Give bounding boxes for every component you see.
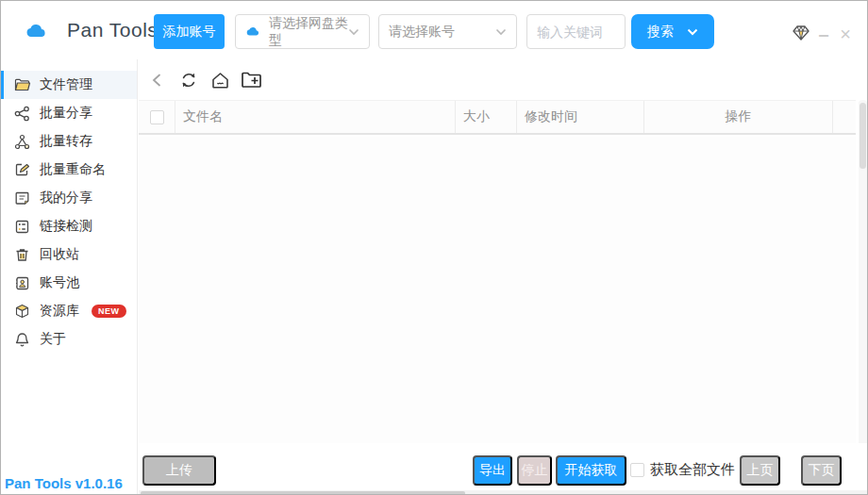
upload-button[interactable]: 上传 <box>142 455 216 486</box>
home-icon[interactable] <box>209 69 231 91</box>
minimize-button[interactable]: – <box>813 24 834 44</box>
sidebar-item-label: 批量分享 <box>40 105 92 122</box>
sidebar-item-label: 文件管理 <box>40 76 92 93</box>
app-title: Pan Tools <box>67 19 158 41</box>
add-account-button[interactable]: 添加账号 <box>154 14 225 49</box>
back-icon[interactable] <box>146 69 169 91</box>
column-header-operations: 操作 <box>643 101 832 133</box>
chevron-down-icon <box>687 28 698 36</box>
footer-bar: 上传 导出 停止 开始获取 获取全部文件 上页 下页 <box>139 443 868 490</box>
sidebar-item-resource-library[interactable]: 资源库 NEW <box>1 297 137 325</box>
sidebar-item-label: 资源库 <box>40 303 79 320</box>
export-button[interactable]: 导出 <box>473 455 512 486</box>
select-all-checkbox[interactable] <box>150 110 164 124</box>
column-header-size: 大小 <box>455 101 516 133</box>
sidebar-item-batch-transfer[interactable]: 批量转存 <box>1 127 137 156</box>
account-card-icon <box>14 274 31 291</box>
select-all-cell <box>139 101 175 133</box>
column-header-spacer <box>832 101 856 133</box>
app-logo-cloud-icon <box>25 22 48 41</box>
new-badge: NEW <box>92 305 126 318</box>
disk-type-select[interactable]: 请选择网盘类型 <box>235 14 370 49</box>
table-header: 文件名 大小 修改时间 操作 <box>139 100 856 135</box>
app-version: Pan Tools v1.0.16 <box>5 475 123 491</box>
start-fetch-button[interactable]: 开始获取 <box>556 455 626 486</box>
sidebar-item-label: 批量重命名 <box>40 161 106 178</box>
fetch-all-files-option[interactable]: 获取全部文件 <box>630 461 735 479</box>
refresh-icon[interactable] <box>177 69 200 91</box>
sidebar-item-batch-share[interactable]: 批量分享 <box>1 99 137 127</box>
premium-diamond-icon[interactable] <box>791 23 811 43</box>
sidebar-item-link-check[interactable]: 链接检测 <box>1 212 137 240</box>
sidebar-item-batch-rename[interactable]: 批量重命名 <box>1 156 137 184</box>
document-icon <box>14 190 31 206</box>
transfer-icon <box>14 133 31 150</box>
sidebar-item-label: 批量转存 <box>40 133 92 150</box>
vertical-scrollbar[interactable] <box>859 100 867 490</box>
sidebar-item-label: 回收站 <box>40 246 79 263</box>
checklist-icon <box>14 218 31 235</box>
sidebar-item-recycle-bin[interactable]: 回收站 <box>1 240 137 269</box>
horizontal-scrollbar[interactable] <box>139 490 868 495</box>
sidebar-item-label: 我的分享 <box>40 190 92 206</box>
cube-icon <box>14 303 31 320</box>
horizontal-scrollbar-thumb[interactable] <box>141 491 465 495</box>
sidebar-item-about[interactable]: 关于 <box>1 325 137 354</box>
stop-button[interactable]: 停止 <box>517 455 552 486</box>
file-toolbar <box>139 59 868 100</box>
column-header-filename: 文件名 <box>175 101 455 133</box>
fetch-all-label: 获取全部文件 <box>650 461 735 479</box>
prev-page-button[interactable]: 上页 <box>740 455 780 486</box>
sidebar-item-file-management[interactable]: 文件管理 <box>1 71 137 99</box>
search-button-label: 搜索 <box>647 24 674 41</box>
trash-icon <box>14 246 31 263</box>
next-page-button[interactable]: 下页 <box>801 455 842 486</box>
new-folder-icon[interactable] <box>240 69 262 91</box>
sidebar: 文件管理 批量分享 批量转存 批量重命名 我的分享 链接检测 回 <box>1 59 138 495</box>
close-button[interactable]: × <box>835 24 856 44</box>
header: Pan Tools 添加账号 请选择网盘类型 请选择账号 搜索 – × <box>1 1 868 59</box>
cloud-icon <box>245 25 261 38</box>
account-select[interactable]: 请选择账号 <box>378 14 517 49</box>
account-placeholder: 请选择账号 <box>389 24 495 41</box>
fetch-all-checkbox[interactable] <box>630 463 644 477</box>
chevron-down-icon <box>495 28 507 36</box>
sidebar-item-label: 关于 <box>40 331 66 348</box>
bell-icon <box>14 331 31 348</box>
sidebar-item-label: 账号池 <box>40 274 79 291</box>
rename-icon <box>14 161 31 178</box>
search-button[interactable]: 搜索 <box>631 14 714 49</box>
share-icon <box>14 105 31 122</box>
folder-icon <box>14 76 31 93</box>
sidebar-item-my-shares[interactable]: 我的分享 <box>1 184 137 212</box>
main-panel: 文件名 大小 修改时间 操作 <box>139 59 868 495</box>
keyword-input[interactable] <box>526 14 626 49</box>
column-header-modified: 修改时间 <box>516 101 643 133</box>
sidebar-item-account-pool[interactable]: 账号池 <box>1 269 137 297</box>
chevron-down-icon <box>348 28 359 36</box>
file-list-empty-area <box>139 137 856 443</box>
disk-type-placeholder: 请选择网盘类型 <box>269 15 348 49</box>
sidebar-item-label: 链接检测 <box>40 218 92 235</box>
vertical-scrollbar-thumb[interactable] <box>860 103 866 169</box>
